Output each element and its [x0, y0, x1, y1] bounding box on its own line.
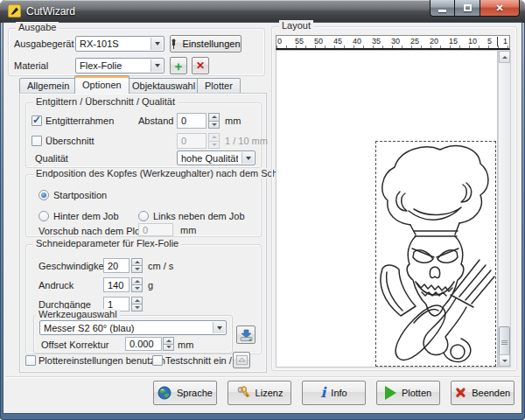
keys-icon	[236, 386, 250, 400]
layout-canvas[interactable]	[276, 50, 498, 368]
ruler-label: 40	[353, 37, 361, 46]
tab-objektauswahl[interactable]: Objektauswahl	[124, 78, 203, 93]
geschwindigkeit-unit: cm / s	[148, 261, 173, 271]
chevron-down-icon[interactable]	[213, 322, 225, 333]
ruler-label: 35	[372, 37, 381, 46]
add-material-button[interactable]: +	[170, 57, 187, 74]
werkzeug-group-title: Werkzeugauswahl	[36, 309, 120, 319]
play-icon	[385, 386, 396, 400]
hinter-job-label: Hinter dem Job	[53, 211, 119, 221]
plotten-button-label: Plotten	[402, 388, 431, 398]
plottereinstellungen-label: Plottereinstellungen benutzen	[38, 355, 165, 366]
ruler-label: 5	[487, 37, 492, 46]
offset-spinner[interactable]	[163, 337, 174, 351]
abstand-input[interactable]: 0	[177, 113, 206, 129]
andruck-input[interactable]: 140	[103, 277, 130, 292]
footer-separator	[5, 376, 520, 378]
delete-x-icon: ✕	[196, 60, 205, 71]
links-job-radio[interactable]	[138, 211, 149, 221]
globe-icon	[158, 386, 172, 400]
plottereinstellungen-checkbox[interactable]	[25, 355, 36, 366]
device-combobox[interactable]: RX-101S	[75, 36, 164, 52]
scrollbar-thumb[interactable]	[499, 326, 510, 358]
eject-up-icon	[236, 355, 248, 365]
offset-value: 0.000	[130, 339, 154, 349]
geschwindigkeit-input[interactable]: 20	[103, 258, 130, 273]
ruler-label: 45	[333, 37, 342, 46]
lizenz-button-label: Lizenz	[256, 388, 284, 398]
chevron-down-icon[interactable]	[242, 152, 254, 164]
delete-material-button[interactable]: ✕	[192, 57, 209, 74]
beenden-button[interactable]: ✕ Beenden	[451, 381, 514, 405]
abstand-unit: mm	[225, 116, 241, 126]
durchgaenge-spinner[interactable]	[131, 297, 143, 312]
werkzeug-group: Werkzeugauswahl Messer S2 60° (blau) Off…	[33, 315, 233, 354]
vorschub-value: 0	[143, 225, 148, 235]
chevron-down-icon[interactable]	[150, 60, 163, 72]
ruler-label: 15	[449, 37, 458, 46]
andruck-label: Andruck	[38, 280, 74, 290]
ueberschnitt-value: 0	[181, 136, 186, 146]
andruck-spinner[interactable]	[131, 277, 143, 292]
titlebar[interactable]: CutWizard ✕	[0, 0, 525, 23]
testschnitt-trigger-button[interactable]	[233, 352, 250, 368]
tab-optionen[interactable]: Optionen	[74, 75, 130, 94]
startposition-radio[interactable]	[38, 190, 49, 200]
endposition-group: Endposition des Kopfes (Werkzeughalter) …	[25, 174, 262, 237]
settings-button-label: Einstellungen	[182, 38, 240, 49]
offset-input[interactable]: 0.000	[125, 337, 162, 351]
ueberschnitt-label: Überschnitt	[46, 136, 94, 146]
ausgabe-group-title: Ausgabe	[16, 22, 59, 32]
info-button-label: Info	[331, 388, 346, 398]
abstand-spinner[interactable]	[208, 113, 220, 129]
client-area: Ausgabe Ausgabegerät RX-101S Einstellung…	[4, 23, 522, 413]
window-title: CutWizard	[26, 5, 75, 18]
device-label: Ausgabegerät	[14, 38, 74, 49]
grip-icon	[501, 340, 508, 345]
tab-plotter[interactable]: Plotter	[197, 78, 241, 93]
tab-allgemein[interactable]: Allgemein	[19, 78, 77, 93]
layout-ruler: 0 55 50 45 40 35 30 25 20 15 10 5 1	[276, 35, 510, 50]
material-combobox[interactable]: Flex-Folie	[75, 58, 164, 74]
geschwindigkeit-spinner[interactable]	[131, 258, 143, 273]
device-combobox-value: RX-101S	[80, 38, 119, 49]
entgitterrahmen-label: Entgitterrahmen	[46, 116, 114, 126]
qualitaet-combobox[interactable]: hohe Qualität	[177, 150, 256, 165]
hinter-job-radio[interactable]	[38, 211, 49, 221]
quality-group-title: Entgittern / Überschnitt / Qualität	[33, 96, 178, 107]
vorschub-input[interactable]: 0	[138, 223, 173, 236]
scroll-down-button[interactable]	[499, 354, 510, 367]
geschwindigkeit-value: 20	[108, 261, 118, 271]
tab-label: Optionen	[82, 80, 122, 90]
ausgabe-group: Ausgabe Ausgabegerät RX-101S Einstellung…	[8, 28, 265, 76]
vorschub-unit: mm	[180, 225, 196, 235]
material-combobox-value: Flex-Folie	[80, 60, 122, 71]
plotten-button[interactable]: Plotten	[376, 381, 440, 405]
scroll-up-button[interactable]	[499, 51, 510, 63]
ruler-label: 0	[277, 37, 282, 46]
sprache-button[interactable]: Sprache	[153, 381, 217, 405]
chevron-down-icon[interactable]	[150, 38, 163, 50]
entgitterrahmen-checkbox[interactable]: ✓	[32, 116, 42, 126]
andruck-unit: g	[148, 280, 153, 290]
settings-button[interactable]: Einstellungen	[170, 35, 242, 52]
vertical-scrollbar[interactable]	[498, 50, 511, 368]
werkzeug-combobox-value: Messer S2 60° (blau)	[44, 323, 134, 333]
info-button[interactable]: i Info	[302, 381, 366, 405]
links-job-label: Links neben dem Job	[153, 211, 245, 221]
ueberschnitt-unit: 1 / 10 mm	[225, 136, 268, 146]
lizenz-button[interactable]: Lizenz	[228, 381, 291, 405]
maximize-button[interactable]	[455, 0, 480, 17]
minimize-button[interactable]	[430, 0, 455, 17]
tabpage-optionen: Entgittern / Überschnitt / Qualität ✓ En…	[19, 93, 267, 373]
tab-label: Plotter	[205, 80, 233, 91]
testschnitt-checkbox[interactable]	[152, 355, 163, 366]
save-tool-button[interactable]	[236, 326, 256, 344]
layout-drawing-chef-skull[interactable]	[375, 141, 496, 367]
triangle-down-icon	[502, 360, 508, 362]
material-label: Material	[14, 60, 48, 71]
ueberschnitt-checkbox[interactable]	[32, 136, 42, 146]
werkzeug-combobox[interactable]: Messer S2 60° (blau)	[39, 320, 227, 335]
close-button[interactable]: ✕	[480, 0, 520, 17]
maximize-icon	[464, 4, 472, 11]
